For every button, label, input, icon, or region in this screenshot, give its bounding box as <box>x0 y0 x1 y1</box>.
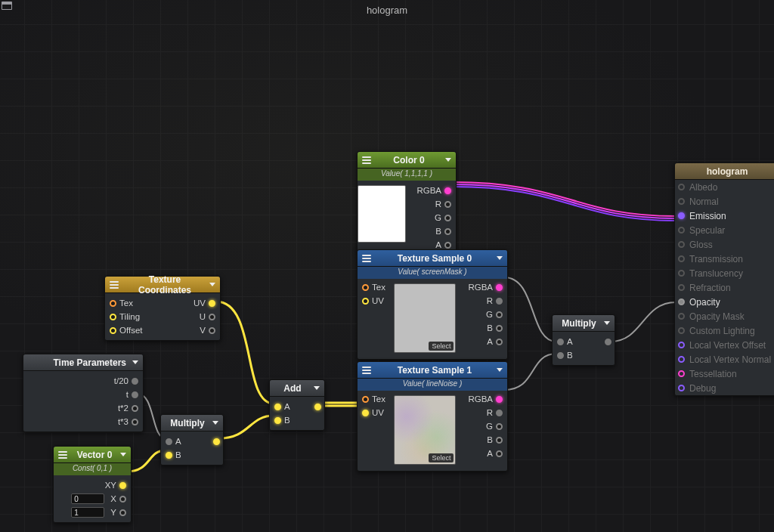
pin-dot[interactable] <box>678 313 685 320</box>
output-port-b[interactable] <box>444 228 451 235</box>
output-port-g[interactable] <box>496 423 503 430</box>
output-port[interactable] <box>132 405 138 412</box>
input-port-tiling[interactable] <box>110 314 116 320</box>
output-port-v[interactable] <box>209 327 215 334</box>
pin-dot[interactable] <box>678 241 685 248</box>
y-value-input[interactable]: 1 <box>71 507 104 518</box>
input-port-a[interactable] <box>557 339 564 345</box>
hamburger-icon[interactable] <box>362 255 371 262</box>
master-pin-translucency[interactable]: Translucency <box>675 266 774 280</box>
master-pin-opacity-mask[interactable]: Opacity Mask <box>675 309 774 323</box>
master-pin-gloss[interactable]: Gloss <box>675 237 774 252</box>
hamburger-icon[interactable] <box>362 367 371 374</box>
input-port-b[interactable] <box>274 417 281 424</box>
output-port-a[interactable] <box>496 339 503 345</box>
output-port-r[interactable] <box>444 201 451 208</box>
chevron-down-icon[interactable] <box>445 158 451 162</box>
output-port[interactable] <box>213 438 220 445</box>
node-vector-0[interactable]: Vector 0 Const( 0,1 ) XY 0X 1Y <box>53 446 132 523</box>
input-port-b[interactable] <box>557 352 564 359</box>
master-pin-opacity[interactable]: Opacity <box>675 295 774 309</box>
master-pin-specular[interactable]: Specular <box>675 223 774 237</box>
master-pin-normal[interactable]: Normal <box>675 194 774 209</box>
output-port-xy[interactable] <box>119 482 126 489</box>
output-port-rgba[interactable] <box>444 187 451 194</box>
texture-preview[interactable]: Select <box>394 395 456 465</box>
node-texture-sample-1[interactable]: Texture Sample 1 Value( lineNoise ) Tex … <box>357 361 508 472</box>
master-pin-albedo[interactable]: Albedo <box>675 180 774 194</box>
output-port-u[interactable] <box>209 314 215 320</box>
select-button[interactable]: Select <box>429 342 454 351</box>
output-port-a[interactable] <box>496 450 503 457</box>
pin-dot[interactable] <box>678 212 685 219</box>
chevron-down-icon[interactable] <box>120 453 126 456</box>
pin-dot[interactable] <box>678 298 685 305</box>
master-pin-custom-lighting[interactable]: Custom Lighting <box>675 323 774 338</box>
input-port-b[interactable] <box>166 452 172 459</box>
node-add[interactable]: Add A B <box>269 379 325 431</box>
input-port-tex[interactable] <box>362 284 369 291</box>
pin-dot[interactable] <box>678 255 685 262</box>
node-texture-sample-0[interactable]: Texture Sample 0 Value( screenMask ) Tex… <box>357 249 508 360</box>
input-port-a[interactable] <box>166 438 172 445</box>
master-pin-refraction[interactable]: Refraction <box>675 280 774 295</box>
output-port-rgba[interactable] <box>496 284 503 291</box>
output-port-r[interactable] <box>496 298 503 305</box>
chevron-down-icon[interactable] <box>212 421 218 425</box>
master-pin-local-vertex-normal[interactable]: Local Vertex Normal <box>675 352 774 367</box>
node-multiply-2[interactable]: Multiply A B <box>552 314 615 366</box>
output-port-y[interactable] <box>119 509 126 516</box>
output-port[interactable] <box>132 419 138 425</box>
chevron-down-icon[interactable] <box>497 368 503 372</box>
select-button[interactable]: Select <box>429 453 454 462</box>
input-port-tex[interactable] <box>362 396 369 403</box>
output-port-rgba[interactable] <box>496 396 503 403</box>
x-value-input[interactable]: 0 <box>71 493 104 504</box>
output-port-g[interactable] <box>496 311 503 318</box>
pin-dot[interactable] <box>678 356 685 363</box>
output-port[interactable] <box>132 391 138 398</box>
output-port-uv[interactable] <box>209 300 215 307</box>
pin-dot[interactable] <box>678 198 685 205</box>
input-port-uv[interactable] <box>362 410 369 416</box>
node-multiply-1[interactable]: Multiply A B <box>160 414 224 466</box>
chevron-down-icon[interactable] <box>497 256 503 260</box>
input-port-a[interactable] <box>274 404 281 410</box>
pin-dot[interactable] <box>678 327 685 334</box>
input-port-offset[interactable] <box>110 327 116 334</box>
node-time-parameters[interactable]: Time Parameters t/20 t t*2 t*3 <box>23 354 144 432</box>
master-pin-emission[interactable]: Emission <box>675 209 774 223</box>
output-port[interactable] <box>605 339 611 345</box>
master-pin-local-vertex-offset[interactable]: Local Vertex Offset <box>675 338 774 352</box>
master-pin-transmission[interactable]: Transmission <box>675 252 774 266</box>
output-port[interactable] <box>314 404 321 410</box>
hamburger-icon[interactable] <box>58 451 67 459</box>
hamburger-icon[interactable] <box>110 281 119 289</box>
chevron-down-icon[interactable] <box>314 386 320 390</box>
pin-dot[interactable] <box>678 385 685 391</box>
output-port-g[interactable] <box>444 215 451 221</box>
pin-dot[interactable] <box>678 270 685 277</box>
output-port-b[interactable] <box>496 325 503 332</box>
pin-dot[interactable] <box>678 184 685 190</box>
output-port-b[interactable] <box>496 437 503 444</box>
master-pin-debug[interactable]: Debug <box>675 381 774 395</box>
pin-dot[interactable] <box>678 370 685 377</box>
master-output-node[interactable]: hologram AlbedoNormalEmissionSpecularGlo… <box>674 162 774 396</box>
color-swatch[interactable] <box>358 185 406 243</box>
chevron-down-icon[interactable] <box>132 360 138 364</box>
output-port-r[interactable] <box>496 410 503 416</box>
node-color-0[interactable]: Color 0 Value( 1,1,1,1 ) RGBA R G B A <box>357 151 457 252</box>
output-port[interactable] <box>132 378 138 385</box>
pin-dot[interactable] <box>678 342 685 348</box>
node-graph-canvas[interactable]: hologram Color 0 Value( 1,1,1,1 ) RGBA <box>0 0 774 532</box>
pin-dot[interactable] <box>678 227 685 234</box>
chevron-down-icon[interactable] <box>604 321 610 325</box>
input-port-uv[interactable] <box>362 298 369 305</box>
pin-dot[interactable] <box>678 284 685 291</box>
output-port-x[interactable] <box>119 496 126 503</box>
node-texture-coordinates[interactable]: Texture Coordinates Tex Tiling Offset UV… <box>104 276 221 341</box>
input-port-tex[interactable] <box>110 300 116 307</box>
master-pin-tessellation[interactable]: Tessellation <box>675 367 774 381</box>
texture-preview[interactable]: Select <box>394 283 456 353</box>
